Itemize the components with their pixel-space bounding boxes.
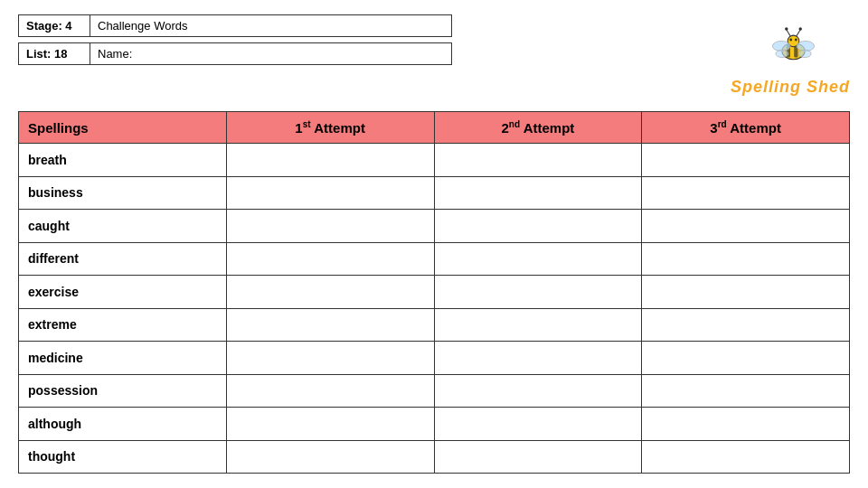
col-attempt3-header: 3rd Attempt	[642, 112, 850, 144]
table-row: different	[19, 242, 850, 276]
stage-row: Stage: 4 Challenge Words	[18, 14, 452, 37]
col-attempt2-header: 2nd Attempt	[434, 112, 642, 144]
spelling-word: although	[19, 408, 227, 441]
table-row: caught	[19, 210, 850, 243]
spelling-word: possession	[19, 374, 227, 408]
attempt-1-cell[interactable]	[226, 308, 434, 342]
attempt-2-cell[interactable]	[434, 440, 642, 474]
attempt-1-cell[interactable]	[226, 176, 434, 210]
name-label: Name:	[90, 42, 452, 65]
attempt-1-cell[interactable]	[226, 374, 434, 408]
table-header-row: Spellings 1st Attempt 2nd Attempt 3rd At…	[19, 112, 850, 144]
logo-text: Spelling Shed	[731, 78, 850, 97]
table-row: medicine	[19, 342, 850, 375]
attempt-2-cell[interactable]	[434, 276, 642, 309]
table-row: although	[19, 408, 850, 441]
table-row: thought	[19, 440, 850, 474]
svg-point-9	[798, 27, 802, 30]
table-row: exercise	[19, 276, 850, 309]
attempt-2-cell[interactable]	[434, 176, 642, 210]
table-row: breath	[19, 144, 850, 177]
spelling-word: breath	[19, 144, 227, 177]
list-label: List: 18	[18, 42, 90, 65]
attempt-1-cell[interactable]	[226, 242, 434, 276]
table-row: business	[19, 176, 850, 210]
attempt-3-cell[interactable]	[642, 276, 850, 309]
header: Stage: 4 Challenge Words List: 18 Name:	[18, 14, 850, 97]
col-attempt1-header: 1st Attempt	[226, 112, 434, 144]
attempt-2-cell[interactable]	[434, 210, 642, 243]
attempt-3-cell[interactable]	[642, 242, 850, 276]
attempt-1-cell[interactable]	[226, 210, 434, 243]
attempt-3-cell[interactable]	[642, 342, 850, 375]
col-spellings-header: Spellings	[19, 112, 227, 144]
spelling-word: caught	[19, 210, 227, 243]
spelling-word: thought	[19, 440, 227, 474]
attempt-1-cell[interactable]	[226, 144, 434, 177]
svg-point-12	[776, 50, 788, 57]
spelling-word: exercise	[19, 276, 227, 309]
svg-line-8	[797, 30, 800, 36]
list-row: List: 18 Name:	[18, 42, 452, 65]
attempt-2-cell[interactable]	[434, 308, 642, 342]
spelling-word: business	[19, 176, 227, 210]
attempt-2-cell[interactable]	[434, 144, 642, 177]
table-row: extreme	[19, 308, 850, 342]
spelling-word: different	[19, 242, 227, 276]
svg-line-6	[787, 30, 790, 36]
attempt-3-cell[interactable]	[642, 308, 850, 342]
svg-point-4	[789, 39, 792, 42]
attempt-2-cell[interactable]	[434, 342, 642, 375]
table-row: possession	[19, 374, 850, 408]
attempt-2-cell[interactable]	[434, 374, 642, 408]
attempt-1-cell[interactable]	[226, 276, 434, 309]
stage-label: Stage: 4	[18, 14, 90, 37]
header-info: Stage: 4 Challenge Words List: 18 Name:	[18, 14, 452, 65]
bee-logo-icon	[759, 14, 822, 78]
spelling-word: medicine	[19, 342, 227, 375]
attempt-3-cell[interactable]	[642, 210, 850, 243]
attempt-3-cell[interactable]	[642, 408, 850, 441]
attempt-3-cell[interactable]	[642, 176, 850, 210]
svg-point-13	[798, 50, 811, 57]
page: Stage: 4 Challenge Words List: 18 Name:	[0, 0, 868, 488]
challenge-words-value: Challenge Words	[90, 14, 452, 37]
attempt-2-cell[interactable]	[434, 408, 642, 441]
spelling-table: Spellings 1st Attempt 2nd Attempt 3rd At…	[18, 111, 850, 474]
attempt-1-cell[interactable]	[226, 342, 434, 375]
attempt-3-cell[interactable]	[642, 440, 850, 474]
attempt-1-cell[interactable]	[226, 440, 434, 474]
attempt-1-cell[interactable]	[226, 408, 434, 441]
attempt-3-cell[interactable]	[642, 374, 850, 408]
spelling-word: extreme	[19, 308, 227, 342]
logo-area: Spelling Shed	[731, 14, 850, 97]
svg-point-5	[795, 39, 797, 42]
svg-point-7	[785, 27, 788, 30]
attempt-2-cell[interactable]	[434, 242, 642, 276]
attempt-3-cell[interactable]	[642, 144, 850, 177]
